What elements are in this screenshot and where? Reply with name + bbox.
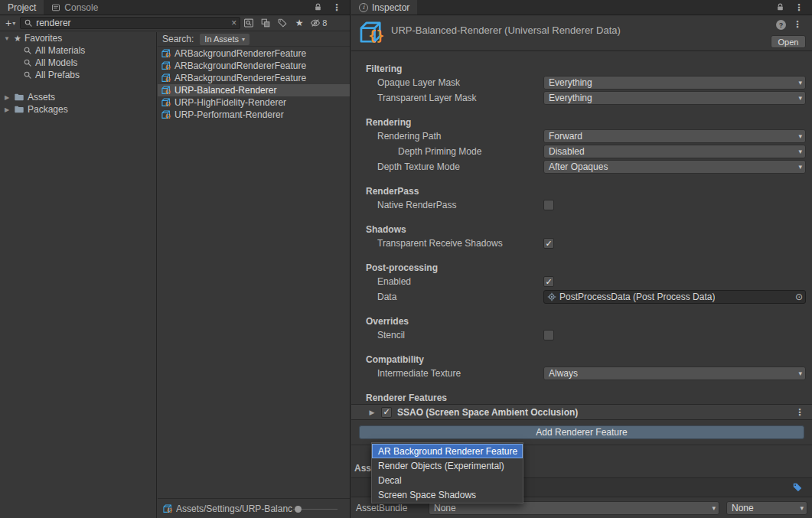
foldout-closed-icon[interactable]: ▶	[3, 106, 11, 113]
result-row[interactable]: URP-HighFidelity-Renderer	[158, 96, 350, 109]
help-icon[interactable]: ?	[776, 20, 786, 30]
renderer-feature-menu: AR Background Renderer Feature Render Ob…	[371, 442, 523, 503]
renderer-data-icon	[161, 97, 171, 108]
renderer-data-icon	[161, 85, 171, 96]
project-tree: ▼ ★ Favorites All Materials All Models A…	[0, 32, 157, 518]
ssao-enabled-checkbox[interactable]: ✓	[381, 407, 392, 418]
section-post-processing: Post-processing	[351, 262, 812, 274]
menu-item-ar-background-renderer-feature[interactable]: AR Background Renderer Feature	[372, 444, 523, 458]
assetbundle-variant-dropdown[interactable]: None ▾	[726, 501, 807, 515]
section-shadows: Shadows	[351, 223, 812, 236]
result-row[interactable]: ARBackgroundRendererFeature	[158, 47, 350, 60]
tab-inspector[interactable]: i Inspector	[351, 0, 417, 15]
renderer-data-icon	[161, 109, 171, 120]
search-input[interactable]: renderer ×	[20, 17, 240, 29]
sidebar-item-packages[interactable]: ▶ Packages	[0, 103, 156, 116]
sidebar-item-all-materials[interactable]: All Materials	[0, 44, 156, 57]
hidden-items-count: 8	[322, 18, 327, 28]
clear-search-icon[interactable]: ×	[231, 18, 236, 28]
rendering-path-dropdown[interactable]: Forward ▾	[543, 129, 806, 143]
sidebar-item-favorites[interactable]: ▼ ★ Favorites	[0, 32, 156, 44]
transparent-receive-shadows-checkbox[interactable]: ✓	[543, 238, 554, 249]
add-renderer-feature-button[interactable]: Add Renderer Feature	[359, 425, 804, 439]
tab-console-label: Console	[64, 2, 98, 13]
icon-size-slider[interactable]	[293, 499, 338, 518]
lock-icon[interactable]	[776, 3, 784, 11]
tab-console[interactable]: Console	[44, 0, 106, 15]
page-title: URP-Balanced-Renderer (Universal Rendere…	[391, 24, 621, 36]
kebab-menu-icon[interactable]: ⋮	[793, 20, 802, 29]
foldout-closed-icon[interactable]: ▶	[368, 409, 376, 416]
stencil-checkbox[interactable]: ✓	[543, 330, 554, 340]
sidebar-item-assets[interactable]: ▶ Assets	[0, 91, 156, 103]
chevron-down-icon: ▾	[712, 503, 716, 511]
check-icon: ✓	[383, 408, 390, 416]
section-rendering: Rendering	[351, 116, 812, 129]
result-row[interactable]: ARBackgroundRendererFeature	[158, 60, 350, 72]
menu-item-decal[interactable]: Decal	[372, 473, 523, 487]
renderer-data-icon	[357, 19, 385, 47]
inspector-header: URP-Balanced-Renderer (Universal Rendere…	[351, 15, 812, 51]
tab-inspector-label: Inspector	[372, 2, 409, 13]
folder-icon	[14, 92, 24, 103]
transparent-layer-mask-dropdown[interactable]: Everything ▾	[543, 91, 806, 105]
result-row[interactable]: URP-Performant-Renderer	[158, 109, 350, 121]
chevron-down-icon: ▾	[12, 20, 15, 27]
slider-knob[interactable]	[295, 506, 302, 513]
search-icon	[24, 18, 33, 28]
star-icon: ★	[14, 34, 21, 43]
filter-by-label-icon[interactable]	[274, 17, 291, 30]
depth-texture-mode-dropdown[interactable]: After Opaques ▾	[543, 160, 806, 174]
foldout-open-icon[interactable]: ▼	[3, 35, 11, 42]
native-renderpass-checkbox[interactable]: ✓	[543, 200, 554, 210]
section-renderer-features: Renderer Features	[351, 392, 812, 404]
labels-tag-icon[interactable]	[792, 482, 803, 493]
kebab-menu-icon[interactable]: ⋮	[332, 3, 341, 12]
hidden-items-toggle[interactable]: 8	[308, 18, 329, 28]
eye-off-icon	[310, 18, 321, 28]
post-process-data-icon	[547, 292, 556, 301]
ssao-feature-label: SSAO (Screen Space Ambient Occlusion)	[397, 407, 578, 418]
open-search-window-icon[interactable]	[240, 17, 257, 30]
field-stencil: Stencil ✓	[351, 327, 812, 343]
open-button[interactable]: Open	[771, 35, 806, 48]
menu-item-render-objects[interactable]: Render Objects (Experimental)	[372, 458, 523, 473]
lock-icon[interactable]	[314, 3, 322, 11]
result-list: ARBackgroundRendererFeature ARBackground…	[158, 47, 350, 121]
depth-priming-mode-dropdown[interactable]: Disabled ▾	[543, 145, 806, 158]
post-processing-enabled-checkbox[interactable]: ✓	[543, 276, 554, 287]
foldout-closed-icon[interactable]: ▶	[3, 94, 11, 101]
chevron-down-icon: ▾	[242, 36, 245, 43]
ssao-feature-header[interactable]: ▶ ✓ SSAO (Screen Space Ambient Occlusion…	[351, 404, 812, 420]
result-row[interactable]: ARBackgroundRendererFeature	[158, 72, 350, 84]
unity-editor: Project Console ⋮ + ▾ renderer ×	[0, 0, 812, 518]
info-icon: i	[359, 3, 368, 12]
search-results: Search: In Assets ▾ ARBackgroundRenderer…	[158, 32, 350, 498]
opaque-layer-mask-dropdown[interactable]: Everything ▾	[543, 76, 806, 90]
inspector-tabbar: i Inspector ⋮	[351, 0, 812, 15]
intermediate-texture-dropdown[interactable]: Always ▾	[543, 367, 806, 380]
section-filtering: Filtering	[351, 63, 812, 75]
post-process-data-object-field[interactable]: PostProcessData (Post Process Data) ⊙	[543, 290, 806, 304]
result-row-urp-balanced-renderer[interactable]: URP-Balanced-Renderer	[158, 84, 350, 96]
sidebar-item-all-models[interactable]: All Models	[0, 57, 156, 69]
object-picker-icon[interactable]: ⊙	[795, 292, 803, 302]
create-asset-button[interactable]: + ▾	[2, 17, 18, 29]
search-value: renderer	[36, 18, 228, 28]
kebab-menu-icon[interactable]: ⋮	[794, 3, 804, 12]
tab-project[interactable]: Project	[0, 0, 44, 15]
field-post-process-data: Data PostProcessData (Post Process Data)…	[351, 289, 812, 305]
field-depth-texture-mode: Depth Texture Mode After Opaques ▾	[351, 159, 812, 174]
search-scope-dropdown[interactable]: In Assets ▾	[200, 34, 249, 45]
ssao-menu-icon[interactable]: ⋮	[795, 408, 804, 417]
section-compatibility: Compatibility	[351, 353, 812, 366]
search-results-header: Search: In Assets ▾	[158, 32, 350, 47]
menu-item-screen-space-shadows[interactable]: Screen Space Shadows	[372, 487, 523, 502]
search-results-label: Search:	[162, 34, 194, 44]
chevron-down-icon: ▾	[798, 148, 802, 155]
filter-by-type-icon[interactable]	[257, 17, 274, 30]
field-rendering-path: Rendering Path Forward ▾	[351, 129, 812, 144]
field-post-processing-enabled: Enabled ✓	[351, 274, 812, 289]
saved-search-star-icon[interactable]: ★	[291, 17, 308, 30]
sidebar-item-all-prefabs[interactable]: All Prefabs	[0, 69, 156, 81]
